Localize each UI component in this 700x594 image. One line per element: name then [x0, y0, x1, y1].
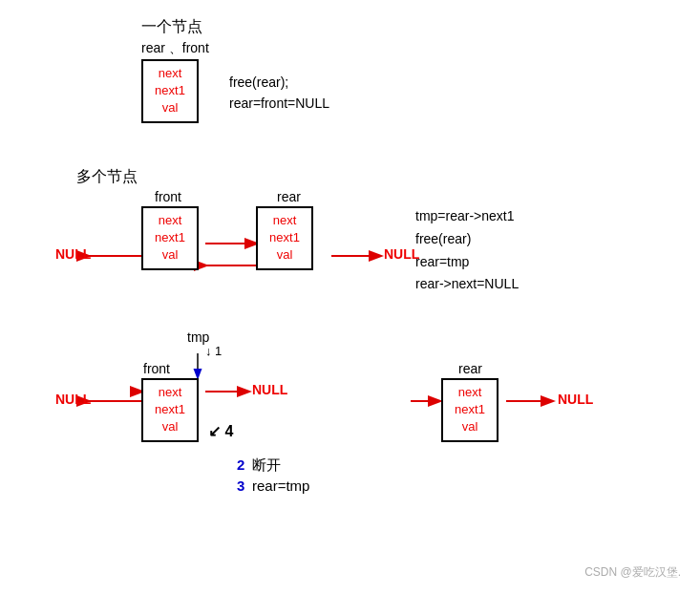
- s3-tmp-arrow1: ↓ 1: [205, 344, 222, 358]
- s2-rear-node: next next1 val: [256, 206, 313, 270]
- s3-step2-num: 2: [237, 456, 244, 473]
- s2-null-left: NULL: [55, 246, 91, 262]
- s2-rn-val: val: [277, 246, 293, 264]
- s3-rear-label: rear: [458, 361, 482, 376]
- s2-fn-next: next: [159, 212, 182, 229]
- s3-front-label: front: [143, 361, 170, 376]
- s3-null-right: NULL: [252, 382, 287, 397]
- s3-null-left: NULL: [55, 392, 91, 407]
- s2-rn-next1: next1: [269, 229, 300, 246]
- s3-null-right2: NULL: [558, 392, 593, 407]
- section2-code: tmp=rear->next1 free(rear) rear=tmp rear…: [415, 205, 519, 296]
- s3-front-node: next next1 val: [141, 378, 199, 442]
- s3-rn-next1: next1: [455, 401, 485, 418]
- s3-step3-text: rear=tmp: [252, 477, 309, 494]
- s3-step3-num: 3: [237, 477, 244, 494]
- s1-node-next: next: [159, 65, 182, 82]
- s2-fn-val: val: [162, 246, 179, 264]
- watermark: CSDN @爱吃汉堡.: [584, 564, 681, 581]
- s2-fn-next1: next1: [155, 229, 185, 246]
- section1-node: next next1 val: [141, 59, 199, 123]
- s1-node-val: val: [162, 99, 179, 117]
- s2-front-label: front: [155, 189, 181, 204]
- section2-heading: 多个节点: [76, 167, 138, 187]
- s3-step2-text: 断开: [252, 456, 281, 475]
- s3-rn-val: val: [462, 418, 478, 435]
- s2-rn-next: next: [273, 212, 297, 229]
- s2-front-node: next next1 val: [141, 206, 199, 270]
- s2-null-right: NULL: [384, 246, 419, 262]
- section1-code: free(rear); rear=front=NULL: [229, 72, 329, 115]
- s3-tmp-label: tmp: [187, 329, 209, 345]
- s3-fn-next1: next1: [155, 401, 185, 418]
- s3-rear-node: next next1 val: [441, 378, 498, 442]
- section1-heading: 一个节点: [141, 17, 202, 37]
- s1-node-next1: next1: [155, 82, 185, 99]
- s3-rn-next: next: [458, 384, 482, 401]
- s3-mark4: ↙ 4: [208, 422, 233, 440]
- s2-rear-label: rear: [277, 189, 301, 204]
- section1-rear-front-label: rear 、front: [141, 40, 209, 57]
- s3-fn-next: next: [159, 384, 182, 401]
- s3-fn-val: val: [162, 418, 179, 435]
